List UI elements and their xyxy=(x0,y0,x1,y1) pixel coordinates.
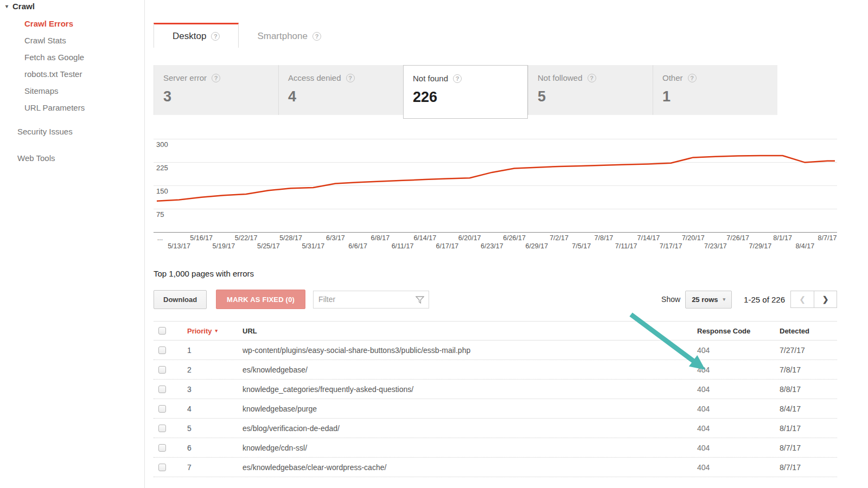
row-checkbox[interactable] xyxy=(158,366,166,374)
tab-smartphone[interactable]: Smartphone ? xyxy=(239,24,340,48)
x-axis-label: 8/1/17 xyxy=(773,234,792,242)
help-icon[interactable]: ? xyxy=(312,32,321,41)
x-axis-label: 6/8/17 xyxy=(371,234,390,242)
url-cell[interactable]: knowledge_categories/frequently-asked-qu… xyxy=(242,385,697,394)
priority-sort-header[interactable]: Priority ▾ xyxy=(187,327,242,335)
help-icon[interactable]: ? xyxy=(453,74,462,83)
sidebar-item-fetch-as-google[interactable]: Fetch as Google xyxy=(0,49,144,66)
pagination-controls: Show 25 rows ▾ 1-25 of 226 ❮ ❯ xyxy=(661,291,837,309)
x-axis-label: ... xyxy=(157,234,163,242)
help-icon[interactable]: ? xyxy=(588,74,596,82)
help-icon[interactable]: ? xyxy=(211,32,220,41)
table-row: 7es/knowledgebase/clear-wordpress-cache/… xyxy=(154,458,837,477)
x-axis-label: 7/26/17 xyxy=(726,234,749,242)
x-axis-label: 5/28/17 xyxy=(279,234,302,242)
row-checkbox[interactable] xyxy=(158,346,166,354)
row-checkbox[interactable] xyxy=(158,464,166,471)
priority-cell: 3 xyxy=(187,385,242,394)
error-card-count: 4 xyxy=(288,88,403,105)
url-cell[interactable]: es/knowledgebase/ xyxy=(242,365,697,374)
rows-per-page-value: 25 rows xyxy=(692,296,718,304)
table-row: 2es/knowledgebase/4047/8/17 xyxy=(154,360,837,380)
not-found-series-line xyxy=(157,156,835,201)
detected-cell: 7/27/17 xyxy=(780,346,837,355)
download-button[interactable]: Download xyxy=(154,290,207,309)
filter-input[interactable] xyxy=(313,291,429,309)
response-code-cell: 404 xyxy=(697,404,780,413)
help-icon[interactable]: ? xyxy=(346,74,355,82)
x-axis-label: 6/26/17 xyxy=(503,234,526,242)
help-icon[interactable]: ? xyxy=(688,74,697,82)
response-code-cell: 404 xyxy=(697,424,780,433)
sidebar-item-web-tools[interactable]: Web Tools xyxy=(0,149,144,167)
select-all-checkbox[interactable] xyxy=(158,327,166,335)
sidebar-item-sitemaps[interactable]: Sitemaps xyxy=(0,82,144,99)
show-label: Show xyxy=(661,295,680,304)
y-axis-label: 300 xyxy=(156,140,168,149)
x-axis-label: 7/5/17 xyxy=(572,242,591,250)
detected-cell: 8/7/17 xyxy=(780,463,837,472)
url-header: URL xyxy=(242,327,697,335)
row-checkbox[interactable] xyxy=(158,444,166,452)
tab-desktop-label: Desktop xyxy=(173,31,206,42)
x-axis-label: 5/31/17 xyxy=(302,242,324,250)
error-card-count: 5 xyxy=(538,88,653,105)
x-axis-label: 7/14/17 xyxy=(637,234,660,242)
x-axis-label: 7/8/17 xyxy=(595,234,614,242)
row-checkbox[interactable] xyxy=(158,405,166,413)
detected-cell: 8/8/17 xyxy=(780,385,837,394)
priority-cell: 6 xyxy=(187,444,242,452)
pagination-range: 1-25 of 226 xyxy=(744,295,785,304)
prev-page-button[interactable]: ❮ xyxy=(790,291,814,308)
error-card-label: Other xyxy=(662,73,683,82)
tab-desktop[interactable]: Desktop ? xyxy=(154,23,239,48)
error-card-label: Not found xyxy=(413,74,448,83)
url-cell[interactable]: es/knowledgebase/clear-wordpress-cache/ xyxy=(242,463,697,472)
y-axis-label: 75 xyxy=(156,210,164,219)
list-heading: Top 1,000 pages with errors xyxy=(154,269,254,278)
response-code-header: Response Code xyxy=(697,327,780,335)
error-card-server-error[interactable]: Server error?3 xyxy=(154,65,278,115)
response-code-cell: 404 xyxy=(697,365,780,374)
filter-field xyxy=(313,291,429,309)
x-axis-label: 7/2/17 xyxy=(550,234,569,242)
help-icon[interactable]: ? xyxy=(212,74,220,82)
row-checkbox[interactable] xyxy=(158,386,166,393)
table-row: 4knowledgebase/purge4048/4/17 xyxy=(154,399,837,419)
url-cell[interactable]: knowledge/cdn-ssl/ xyxy=(242,444,697,452)
error-card-access-denied[interactable]: Access denied?4 xyxy=(278,65,403,115)
y-axis-label: 150 xyxy=(156,187,168,195)
sidebar-item-crawl-errors[interactable]: Crawl Errors xyxy=(0,15,144,32)
url-cell[interactable]: knowledgebase/purge xyxy=(242,404,697,413)
sidebar: ▾ Crawl Crawl ErrorsCrawl StatsFetch as … xyxy=(0,0,145,488)
error-card-not-followed[interactable]: Not followed?5 xyxy=(528,65,653,115)
error-card-count: 226 xyxy=(413,89,527,106)
x-axis-label: 7/17/17 xyxy=(660,242,682,250)
response-code-cell: 404 xyxy=(697,444,780,452)
sidebar-item-robots-txt-tester[interactable]: robots.txt Tester xyxy=(0,66,144,82)
x-axis-label: 5/25/17 xyxy=(257,242,280,250)
mark-as-fixed-button[interactable]: MARK AS FIXED (0) xyxy=(216,290,305,309)
sidebar-section-crawl[interactable]: ▾ Crawl xyxy=(0,1,144,15)
priority-cell: 4 xyxy=(187,404,242,413)
sidebar-item-url-parameters[interactable]: URL Parameters xyxy=(0,99,144,116)
detected-cell: 8/4/17 xyxy=(780,404,837,413)
error-card-not-found[interactable]: Not found?226 xyxy=(403,65,528,119)
row-checkbox[interactable] xyxy=(158,425,166,432)
url-cell[interactable]: wp-content/plugins/easy-social-share-but… xyxy=(242,346,697,355)
error-card-label: Access denied xyxy=(288,73,341,82)
priority-cell: 2 xyxy=(187,365,242,374)
url-cell[interactable]: es/blog/verificacion-de-edad/ xyxy=(242,424,697,433)
detected-cell: 7/8/17 xyxy=(780,365,837,374)
table-body: 1wp-content/plugins/easy-social-share-bu… xyxy=(154,341,837,477)
x-axis-label: 6/6/17 xyxy=(348,242,367,250)
error-card-other[interactable]: Other?1 xyxy=(653,65,777,115)
rows-per-page-dropdown[interactable]: 25 rows ▾ xyxy=(685,291,732,309)
sidebar-item-crawl-stats[interactable]: Crawl Stats xyxy=(0,32,144,49)
next-page-button[interactable]: ❯ xyxy=(814,291,837,308)
x-axis-label: 5/16/17 xyxy=(190,234,213,242)
sidebar-item-security-issues[interactable]: Security Issues xyxy=(0,123,144,140)
toolbar: Download MARK AS FIXED (0) Show 25 rows … xyxy=(154,290,837,309)
y-axis-label: 225 xyxy=(156,164,168,172)
priority-cell: 7 xyxy=(187,463,242,472)
